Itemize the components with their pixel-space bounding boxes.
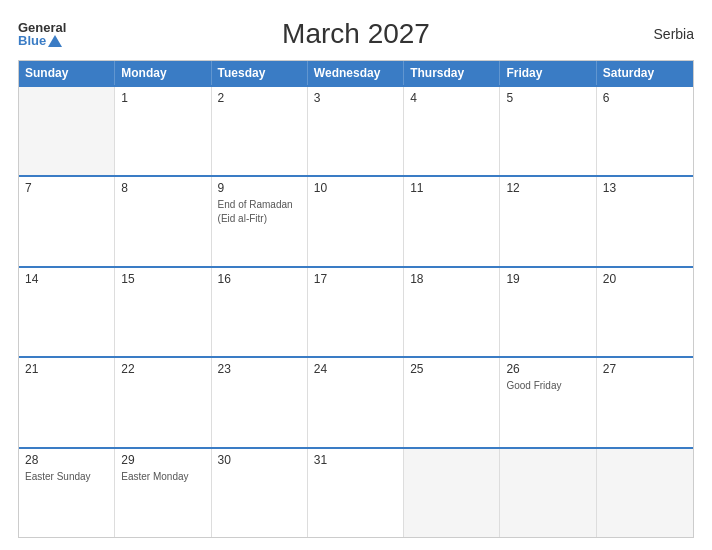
day-number: 16 xyxy=(218,272,301,286)
calendar-cell: 27 xyxy=(597,358,693,446)
day-number: 19 xyxy=(506,272,589,286)
header: General Blue March 2027 Serbia xyxy=(18,18,694,50)
day-number: 20 xyxy=(603,272,687,286)
calendar-header: SundayMondayTuesdayWednesdayThursdayFrid… xyxy=(19,61,693,85)
day-number: 6 xyxy=(603,91,687,105)
calendar-cell: 25 xyxy=(404,358,500,446)
page: General Blue March 2027 Serbia SundayMon… xyxy=(0,0,712,550)
calendar-cell: 14 xyxy=(19,268,115,356)
weekday-header: Wednesday xyxy=(308,61,404,85)
day-number: 14 xyxy=(25,272,108,286)
page-title: March 2027 xyxy=(282,18,430,50)
calendar-cell xyxy=(500,449,596,537)
day-number: 9 xyxy=(218,181,301,195)
calendar-cell: 4 xyxy=(404,87,500,175)
logo-row: Blue xyxy=(18,34,66,47)
calendar-cell xyxy=(19,87,115,175)
calendar-cell: 12 xyxy=(500,177,596,265)
calendar-cell xyxy=(597,449,693,537)
day-number: 15 xyxy=(121,272,204,286)
weekday-header: Friday xyxy=(500,61,596,85)
day-number: 21 xyxy=(25,362,108,376)
country-label: Serbia xyxy=(654,26,694,42)
calendar-cell: 11 xyxy=(404,177,500,265)
day-number: 27 xyxy=(603,362,687,376)
calendar-cell: 28Easter Sunday xyxy=(19,449,115,537)
calendar-cell xyxy=(404,449,500,537)
weekday-header: Monday xyxy=(115,61,211,85)
event-label: Easter Monday xyxy=(121,471,188,482)
calendar-cell: 10 xyxy=(308,177,404,265)
day-number: 7 xyxy=(25,181,108,195)
calendar-week: 789End of Ramadan (Eid al-Fitr)10111213 xyxy=(19,175,693,265)
day-number: 4 xyxy=(410,91,493,105)
calendar-cell: 23 xyxy=(212,358,308,446)
event-label: Easter Sunday xyxy=(25,471,91,482)
calendar: SundayMondayTuesdayWednesdayThursdayFrid… xyxy=(18,60,694,538)
calendar-cell: 17 xyxy=(308,268,404,356)
day-number: 5 xyxy=(506,91,589,105)
logo-blue-text: Blue xyxy=(18,34,46,47)
calendar-cell: 15 xyxy=(115,268,211,356)
calendar-cell: 13 xyxy=(597,177,693,265)
day-number: 26 xyxy=(506,362,589,376)
day-number: 29 xyxy=(121,453,204,467)
calendar-cell: 3 xyxy=(308,87,404,175)
calendar-cell: 19 xyxy=(500,268,596,356)
day-number: 13 xyxy=(603,181,687,195)
calendar-week: 123456 xyxy=(19,85,693,175)
weekday-header: Sunday xyxy=(19,61,115,85)
calendar-body: 123456789End of Ramadan (Eid al-Fitr)101… xyxy=(19,85,693,537)
calendar-week: 212223242526Good Friday27 xyxy=(19,356,693,446)
calendar-cell: 18 xyxy=(404,268,500,356)
day-number: 28 xyxy=(25,453,108,467)
day-number: 31 xyxy=(314,453,397,467)
calendar-cell: 24 xyxy=(308,358,404,446)
day-number: 24 xyxy=(314,362,397,376)
weekday-header: Saturday xyxy=(597,61,693,85)
day-number: 1 xyxy=(121,91,204,105)
calendar-cell: 8 xyxy=(115,177,211,265)
event-label: End of Ramadan (Eid al-Fitr) xyxy=(218,199,293,224)
calendar-cell: 20 xyxy=(597,268,693,356)
calendar-cell: 5 xyxy=(500,87,596,175)
day-number: 10 xyxy=(314,181,397,195)
calendar-cell: 1 xyxy=(115,87,211,175)
day-number: 2 xyxy=(218,91,301,105)
calendar-cell: 6 xyxy=(597,87,693,175)
logo-triangle-icon xyxy=(48,35,62,47)
day-number: 23 xyxy=(218,362,301,376)
event-label: Good Friday xyxy=(506,380,561,391)
weekday-header: Thursday xyxy=(404,61,500,85)
day-number: 17 xyxy=(314,272,397,286)
day-number: 18 xyxy=(410,272,493,286)
calendar-cell: 16 xyxy=(212,268,308,356)
calendar-cell: 29Easter Monday xyxy=(115,449,211,537)
calendar-week: 28Easter Sunday29Easter Monday3031 xyxy=(19,447,693,537)
calendar-cell: 30 xyxy=(212,449,308,537)
calendar-cell: 7 xyxy=(19,177,115,265)
day-number: 25 xyxy=(410,362,493,376)
day-number: 12 xyxy=(506,181,589,195)
day-number: 11 xyxy=(410,181,493,195)
weekday-header: Tuesday xyxy=(212,61,308,85)
logo: General Blue xyxy=(18,21,66,47)
calendar-cell: 26Good Friday xyxy=(500,358,596,446)
day-number: 8 xyxy=(121,181,204,195)
day-number: 3 xyxy=(314,91,397,105)
calendar-cell: 22 xyxy=(115,358,211,446)
calendar-cell: 21 xyxy=(19,358,115,446)
calendar-week: 14151617181920 xyxy=(19,266,693,356)
calendar-cell: 9End of Ramadan (Eid al-Fitr) xyxy=(212,177,308,265)
day-number: 30 xyxy=(218,453,301,467)
calendar-cell: 31 xyxy=(308,449,404,537)
calendar-cell: 2 xyxy=(212,87,308,175)
day-number: 22 xyxy=(121,362,204,376)
